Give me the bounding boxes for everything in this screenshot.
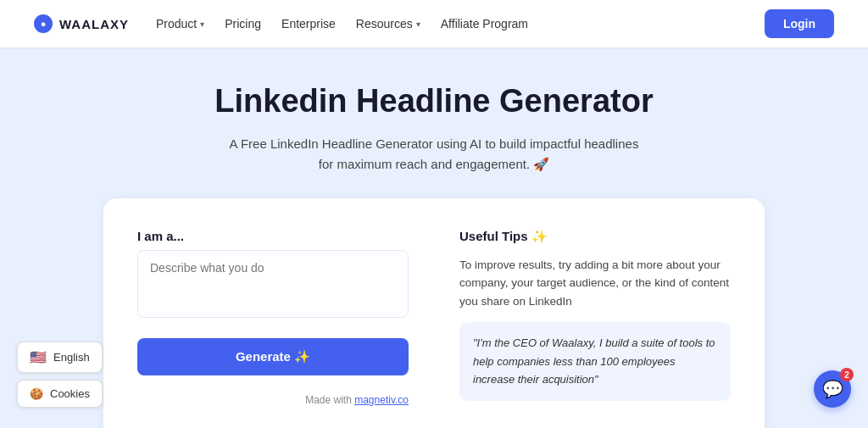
cookies-button[interactable]: 🍪 Cookies: [17, 380, 103, 408]
logo-icon: ●: [34, 14, 53, 33]
chat-badge: 2: [840, 368, 854, 381]
cookie-label: Cookies: [50, 387, 90, 400]
logo-text: WAALAXY: [59, 17, 129, 31]
language-label: English: [53, 351, 90, 364]
nav-resources[interactable]: Resources ▾: [356, 17, 420, 31]
nav-pricing[interactable]: Pricing: [225, 17, 261, 31]
bottom-buttons: 🇺🇸 English 🍪 Cookies: [17, 342, 103, 408]
language-button[interactable]: 🇺🇸 English: [17, 342, 103, 373]
quote-text: "I'm the CEO of Waalaxy, I build a suite…: [473, 336, 715, 386]
chevron-down-icon: ▾: [200, 19, 204, 29]
generate-button[interactable]: Generate ✨: [137, 338, 409, 375]
describe-input[interactable]: [137, 250, 409, 318]
tips-description: To improve results, try adding a bit mor…: [459, 256, 731, 311]
main-card: I am a... Generate ✨ Made with magnetiv.…: [103, 198, 765, 428]
nav-enterprise[interactable]: Enterprise: [281, 17, 336, 31]
cookie-icon: 🍪: [30, 387, 43, 400]
hero-section: Linkedin Headline Generator A Free Linke…: [0, 47, 868, 198]
navbar-left: ● WAALAXY Product ▾ Pricing Enterprise R…: [34, 14, 528, 33]
logo[interactable]: ● WAALAXY: [34, 14, 129, 33]
nav-product[interactable]: Product ▾: [156, 17, 204, 31]
navbar: ● WAALAXY Product ▾ Pricing Enterprise R…: [0, 0, 868, 47]
magnetiv-link[interactable]: magnetiv.co: [354, 394, 409, 406]
hero-title: Linkedin Headline Generator: [17, 83, 851, 120]
login-button[interactable]: Login: [765, 9, 834, 38]
nav-links: Product ▾ Pricing Enterprise Resources ▾…: [156, 17, 528, 31]
chat-icon: 💬: [822, 379, 843, 399]
quote-block: "I'm the CEO of Waalaxy, I build a suite…: [459, 322, 731, 400]
left-panel: I am a... Generate ✨ Made with magnetiv.…: [137, 229, 409, 428]
chevron-down-icon-2: ▾: [416, 19, 420, 29]
flag-icon: 🇺🇸: [30, 349, 47, 365]
made-with: Made with magnetiv.co: [137, 394, 409, 406]
right-panel: Useful Tips ✨ To improve results, try ad…: [459, 229, 731, 428]
chat-button[interactable]: 💬 2: [814, 370, 851, 408]
field-label: I am a...: [137, 229, 409, 243]
tips-title: Useful Tips ✨: [459, 229, 731, 244]
nav-affiliate[interactable]: Affiliate Program: [441, 17, 528, 31]
hero-subtitle: A Free LinkedIn Headline Generator using…: [17, 134, 851, 175]
